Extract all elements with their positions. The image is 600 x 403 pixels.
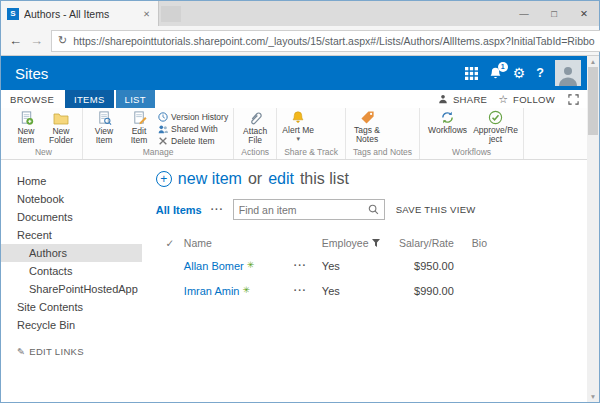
new-tab-button[interactable] bbox=[161, 6, 181, 22]
new-folder-button[interactable]: New Folder bbox=[45, 110, 77, 145]
notification-badge: 1 bbox=[498, 62, 508, 72]
scroll-up-icon[interactable]: ▲ bbox=[590, 56, 596, 67]
or-text: or bbox=[248, 170, 262, 188]
user-avatar[interactable] bbox=[555, 60, 581, 86]
sidebar-item-home[interactable]: Home bbox=[1, 172, 142, 190]
new-item-button[interactable]: New Item bbox=[10, 110, 42, 145]
workflows-button[interactable]: Workflows bbox=[425, 110, 470, 135]
column-header-salary[interactable]: Salary/Rate bbox=[384, 237, 454, 249]
close-button[interactable]: ✕ bbox=[569, 1, 599, 26]
edit-links-button[interactable]: ✎ EDIT LINKS bbox=[1, 346, 142, 357]
share-button[interactable]: SHARE bbox=[453, 94, 487, 105]
browser-viewport: Sites 1 ⚙ ? BRO bbox=[1, 56, 599, 402]
tab-list[interactable]: LIST bbox=[116, 90, 155, 108]
browser-titlebar: S Authors - All Items ✕ — □ ✕ bbox=[1, 1, 599, 26]
table-row[interactable]: Allan Bomer ✳ ··· Yes $950.00 bbox=[156, 253, 579, 278]
alert-me-caret-icon: ▾ bbox=[296, 135, 300, 142]
focus-on-content-icon[interactable] bbox=[568, 94, 579, 105]
approve-reject-button[interactable]: Approve/Reject bbox=[473, 110, 518, 144]
select-all-check-icon[interactable]: ✓ bbox=[156, 237, 184, 249]
app-launcher-icon[interactable] bbox=[465, 67, 478, 80]
page-body: Home Notebook Documents Recent Authors C… bbox=[1, 160, 587, 402]
new-folder-icon bbox=[53, 110, 69, 126]
delete-item-icon bbox=[158, 136, 168, 146]
sidebar-item-site-contents[interactable]: Site Contents bbox=[1, 298, 142, 316]
sidebar-item-authors[interactable]: Authors bbox=[1, 244, 142, 262]
scroll-down-icon[interactable]: ▼ bbox=[590, 391, 596, 402]
column-header-bio[interactable]: Bio bbox=[454, 237, 500, 249]
edit-list-link[interactable]: edit bbox=[268, 170, 294, 188]
employee-cell: Yes bbox=[322, 285, 384, 297]
item-name-link[interactable]: Imran Amin bbox=[184, 285, 240, 297]
view-selector-all-items[interactable]: All Items bbox=[156, 204, 202, 216]
edit-item-button[interactable]: Edit Item bbox=[123, 110, 155, 145]
tab-title: Authors - All Items bbox=[24, 8, 136, 20]
ribbon-group-actions: Attach File Actions bbox=[234, 108, 277, 159]
refresh-icon[interactable]: ↻ bbox=[58, 34, 67, 47]
sharepoint-favicon-icon: S bbox=[7, 8, 19, 20]
back-button[interactable]: ← bbox=[9, 34, 22, 47]
forward-button[interactable]: → bbox=[30, 34, 43, 47]
column-header-name[interactable]: Name bbox=[184, 237, 294, 249]
column-header-employee[interactable]: Employee bbox=[322, 237, 384, 249]
follow-button[interactable]: FOLLOW bbox=[513, 94, 555, 105]
site-title: Sites bbox=[15, 65, 48, 82]
workflows-icon bbox=[440, 110, 455, 125]
new-item-link[interactable]: new item bbox=[178, 170, 242, 188]
group-label-tags-notes: Tags and Notes bbox=[351, 146, 414, 159]
table-row[interactable]: Imran Amin ✳ ··· Yes $990.00 bbox=[156, 278, 579, 303]
follow-star-icon: ☆ bbox=[498, 93, 508, 106]
new-item-badge-icon: ✳ bbox=[243, 286, 251, 295]
list-view-main: + new item or edit this list All Items ·… bbox=[142, 160, 587, 402]
alert-me-button[interactable]: Alert Me ▾ bbox=[282, 110, 314, 142]
sidebar-item-sharepointhostedapp[interactable]: SharePointHostedApp bbox=[1, 280, 142, 298]
row-more-ellipsis[interactable]: ··· bbox=[294, 285, 322, 296]
sidebar-item-contacts[interactable]: Contacts bbox=[1, 262, 142, 280]
manage-small-buttons: Version History Shared With Delete Item bbox=[158, 110, 228, 146]
new-item-icon bbox=[19, 110, 34, 126]
shared-with-icon bbox=[158, 124, 168, 134]
url-field[interactable]: ↻ https://sharepointtutorials.sharepoint… bbox=[51, 30, 600, 52]
search-input[interactable] bbox=[239, 204, 368, 216]
browser-tab[interactable]: S Authors - All Items ✕ bbox=[1, 1, 159, 26]
search-icon[interactable] bbox=[368, 204, 379, 215]
employee-cell: Yes bbox=[322, 260, 384, 272]
row-more-ellipsis[interactable]: ··· bbox=[294, 260, 322, 271]
list-search-box[interactable] bbox=[233, 199, 385, 220]
view-item-button[interactable]: View Item bbox=[88, 110, 120, 145]
suite-icons: 1 ⚙ ? bbox=[465, 60, 581, 86]
ribbon: New Item New Folder New View Item bbox=[1, 108, 587, 160]
help-icon[interactable]: ? bbox=[536, 66, 544, 80]
maximize-button[interactable]: □ bbox=[539, 1, 569, 26]
tags-notes-button[interactable]: Tags & Notes bbox=[351, 110, 383, 144]
delete-item-button[interactable]: Delete Item bbox=[158, 136, 228, 146]
share-icon bbox=[438, 94, 448, 104]
version-history-icon bbox=[158, 112, 168, 122]
shared-with-button[interactable]: Shared With bbox=[158, 124, 228, 134]
sidebar-item-notebook[interactable]: Notebook bbox=[1, 190, 142, 208]
minimize-button[interactable]: — bbox=[509, 1, 539, 26]
item-name-link[interactable]: Allan Bomer bbox=[184, 260, 244, 272]
salary-cell: $990.00 bbox=[384, 285, 454, 297]
sidebar-item-recycle-bin[interactable]: Recycle Bin bbox=[1, 316, 142, 334]
tab-browse[interactable]: BROWSE bbox=[1, 90, 63, 108]
this-list-text: this list bbox=[300, 170, 349, 188]
window-controls: — □ ✕ bbox=[509, 1, 599, 26]
browser-window: S Authors - All Items ✕ — □ ✕ ← → ↻ http… bbox=[0, 0, 600, 403]
notifications-bell-icon[interactable]: 1 bbox=[489, 67, 502, 80]
vertical-scrollbar[interactable]: ▲ ▼ bbox=[587, 56, 599, 402]
view-more-ellipsis[interactable]: ··· bbox=[211, 204, 224, 215]
plus-circle-icon: + bbox=[156, 171, 172, 187]
save-this-view-link[interactable]: SAVE THIS VIEW bbox=[396, 204, 476, 215]
attach-file-button[interactable]: Attach File bbox=[239, 110, 271, 145]
version-history-button[interactable]: Version History bbox=[158, 112, 228, 122]
tags-notes-icon bbox=[360, 110, 375, 125]
sidebar-item-documents[interactable]: Documents bbox=[1, 208, 142, 226]
group-label-manage: Manage bbox=[88, 146, 228, 159]
alert-me-icon bbox=[291, 110, 305, 125]
sidebar-item-recent[interactable]: Recent bbox=[1, 226, 142, 244]
tab-items[interactable]: ITEMS bbox=[65, 90, 114, 108]
scrollbar-thumb[interactable] bbox=[588, 67, 598, 135]
tab-close-icon[interactable]: ✕ bbox=[141, 7, 152, 21]
settings-gear-icon[interactable]: ⚙ bbox=[513, 66, 526, 80]
